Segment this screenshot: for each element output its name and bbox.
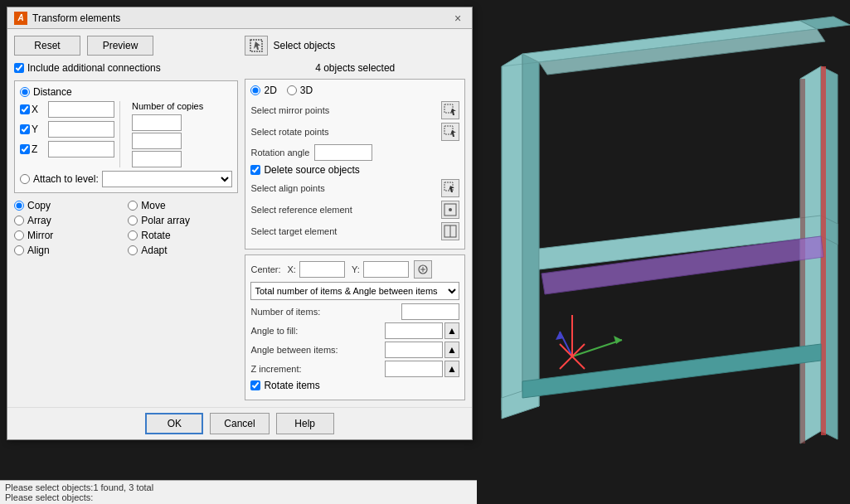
y-checkbox[interactable] <box>20 124 30 134</box>
num-items-input[interactable]: 4 <box>401 303 459 320</box>
angle-fill-input[interactable]: 270 <box>385 322 443 339</box>
pick-mirror-icon <box>444 104 457 117</box>
distance-radio-label: Distance <box>33 86 72 98</box>
pick-center-btn[interactable] <box>414 260 432 279</box>
distance-radio[interactable] <box>20 87 30 97</box>
center-x-input[interactable]: 0" <box>299 261 345 278</box>
rotation-angle-input[interactable]: 0 <box>314 144 372 161</box>
help-button[interactable]: Help <box>276 413 334 434</box>
z-increment-row: Z increment: 0" ▲ <box>250 361 459 377</box>
select-objects-icon-btn[interactable] <box>245 36 268 56</box>
z-label: Z <box>32 143 37 155</box>
xyz-section: X 0" Y 0" <box>20 101 232 167</box>
copies-z-input[interactable]: 1 <box>132 151 182 167</box>
preview-button[interactable]: Preview <box>87 36 153 56</box>
pick-center-icon <box>417 264 429 275</box>
z-checkbox[interactable] <box>20 144 30 154</box>
polar-array-radio[interactable] <box>128 216 138 225</box>
dimension-radio-row: 2D 3D <box>250 85 459 96</box>
3d-option: 3D <box>287 85 313 96</box>
copies-y-input[interactable]: 1 <box>132 133 182 149</box>
pick-angle-fill-btn[interactable]: ▲ <box>444 322 459 339</box>
svg-marker-28 <box>450 130 456 137</box>
svg-rect-14 <box>800 79 805 443</box>
delete-source-checkbox[interactable] <box>250 165 260 175</box>
close-button[interactable]: × <box>450 11 465 26</box>
divider <box>119 101 120 167</box>
x-checkbox[interactable] <box>20 104 30 114</box>
select-cursor-icon <box>249 38 264 53</box>
center-y-input[interactable]: 0" <box>363 261 409 278</box>
app-icon: A <box>14 12 27 25</box>
ok-button[interactable]: OK <box>145 413 203 434</box>
attach-radio[interactable] <box>20 174 30 184</box>
array-label: Array <box>27 215 51 226</box>
top-buttons: Reset Preview <box>14 36 238 56</box>
dialog-footer: OK Cancel Help <box>7 407 472 439</box>
select-objects-row: Select objects <box>245 36 465 56</box>
x-label: X <box>32 104 38 115</box>
pick-reference-btn[interactable] <box>441 201 459 219</box>
align-option: Align <box>14 245 124 256</box>
pick-angle-between-btn[interactable]: ▲ <box>444 342 459 358</box>
select-align-label: Select align points <box>250 183 324 193</box>
rotation-angle-label: Rotation angle <box>250 148 309 158</box>
array-type-dropdown[interactable]: Total number of items & Angle between it… <box>250 282 459 300</box>
angle-between-input[interactable]: 90 <box>385 342 443 358</box>
move-radio[interactable] <box>128 201 138 211</box>
copies-header: Number of copies <box>132 101 206 111</box>
z-increment-input[interactable]: 0" <box>385 361 443 377</box>
pick-rotate-btn[interactable] <box>441 123 459 141</box>
rotate-items-row: Rotate items <box>250 380 459 391</box>
mirror-label: Mirror <box>27 230 53 241</box>
pick-target-icon <box>444 225 457 238</box>
pick-rotate-icon <box>444 125 457 138</box>
y-row: Y 0" <box>20 121 114 138</box>
adapt-radio[interactable] <box>128 245 138 255</box>
left-panel: Reset Preview Include additional connect… <box>14 36 238 400</box>
z-input[interactable]: 0" <box>48 141 114 158</box>
copy-label: Copy <box>27 200 51 211</box>
pick-mirror-btn[interactable] <box>441 101 459 119</box>
pick-target-btn[interactable] <box>441 222 459 240</box>
mirror-option: Mirror <box>14 230 124 241</box>
angle-between-row: Angle between items: 90 ▲ <box>250 342 459 358</box>
copies-x-input[interactable]: 1 <box>132 114 182 131</box>
angle-fill-label: Angle to fill: <box>250 326 298 336</box>
2d-radio[interactable] <box>250 85 260 95</box>
include-connections-checkbox[interactable] <box>14 63 24 73</box>
pick-z-increment-btn[interactable]: ▲ <box>444 361 459 377</box>
select-align-row: Select align points <box>250 179 459 197</box>
attach-select[interactable] <box>102 171 233 187</box>
svg-point-32 <box>449 208 452 211</box>
select-rotate-row: Select rotate points <box>250 123 459 141</box>
rotate-items-checkbox[interactable] <box>250 380 260 390</box>
rotate-option: Rotate <box>128 230 238 241</box>
z-row: Z 0" <box>20 141 114 158</box>
y-input[interactable]: 0" <box>48 121 114 138</box>
select-objects-label: Select objects <box>273 40 335 51</box>
delete-source-label: Delete source objects <box>264 164 359 176</box>
mirror-radio[interactable] <box>14 230 24 240</box>
cancel-button[interactable]: Cancel <box>210 413 269 434</box>
angle-fill-row: Angle to fill: 270 ▲ <box>250 322 459 339</box>
selected-count: 4 objects selected <box>245 62 465 74</box>
attach-level-row: Attach to level: <box>20 171 232 187</box>
polar-section: Center: X: 0" Y: 0" Total num <box>245 254 465 400</box>
transform-dialog: A Transform elements × Reset Preview Inc… <box>7 7 473 440</box>
pick-align-btn[interactable] <box>441 179 459 197</box>
x-input[interactable]: 0" <box>48 101 114 118</box>
status-bar: Please select objects:1 found, 3 total P… <box>0 480 477 504</box>
reset-button[interactable]: Reset <box>14 36 80 56</box>
rotate-radio[interactable] <box>128 230 138 240</box>
3d-radio[interactable] <box>287 85 297 95</box>
copy-radio[interactable] <box>14 201 24 211</box>
array-radio[interactable] <box>14 216 24 225</box>
select-rotate-label: Select rotate points <box>250 127 328 137</box>
align-radio[interactable] <box>14 245 24 255</box>
copies-section: Number of copies 1 1 1 <box>132 101 206 167</box>
dialog-title: Transform elements <box>32 12 120 24</box>
rotation-angle-row: Rotation angle 0 <box>250 144 459 161</box>
adapt-option: Adapt <box>128 245 238 256</box>
distance-radio-row: Distance <box>20 86 232 98</box>
